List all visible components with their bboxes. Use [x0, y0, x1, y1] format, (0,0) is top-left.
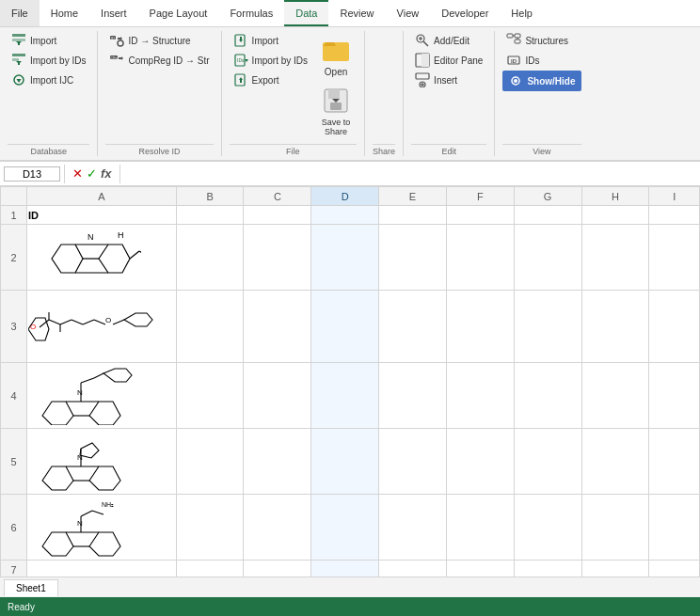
cell-a3[interactable]: O O: [27, 291, 177, 363]
cell-h4[interactable]: [581, 363, 649, 429]
cell-b4[interactable]: [176, 363, 244, 429]
cell-a5[interactable]: N: [27, 429, 177, 495]
cell-d7[interactable]: [311, 561, 379, 577]
cell-d5[interactable]: [311, 429, 379, 495]
cell-f1[interactable]: [446, 206, 514, 225]
cell-f6[interactable]: [446, 495, 514, 561]
cell-g3[interactable]: [514, 291, 581, 363]
tab-developer[interactable]: Developer: [430, 0, 500, 26]
function-icon[interactable]: fx: [101, 166, 112, 181]
cell-g4[interactable]: [514, 363, 581, 429]
tab-home[interactable]: Home: [40, 0, 89, 26]
tab-view[interactable]: View: [386, 0, 431, 26]
id-to-structure-button[interactable]: ID ID → Structure: [105, 31, 213, 50]
col-header-h[interactable]: H: [581, 187, 649, 206]
cell-c2[interactable]: [244, 225, 311, 291]
cell-c4[interactable]: [244, 363, 311, 429]
cell-i2[interactable]: [649, 225, 700, 291]
file-export-button[interactable]: Export: [230, 71, 311, 89]
cell-e3[interactable]: [379, 291, 447, 363]
save-to-share-button[interactable]: Save toShare: [315, 82, 357, 140]
cell-d1[interactable]: [311, 206, 379, 225]
ids-button[interactable]: ID IDs: [502, 51, 581, 70]
cell-d4[interactable]: [311, 363, 379, 429]
cell-b7[interactable]: [176, 561, 244, 577]
cell-c1[interactable]: [244, 206, 311, 225]
cancel-icon[interactable]: ✕: [72, 166, 83, 181]
cell-g1[interactable]: [514, 206, 581, 225]
col-header-e[interactable]: E: [379, 187, 447, 206]
cell-a6[interactable]: N NH₂: [27, 495, 177, 561]
cell-i3[interactable]: [649, 291, 700, 363]
cell-d3[interactable]: [311, 291, 379, 363]
cell-d2[interactable]: [311, 225, 379, 291]
editor-pane-button[interactable]: Editor Pane: [411, 51, 486, 70]
cell-h2[interactable]: [581, 225, 649, 291]
tab-formulas[interactable]: Formulas: [218, 0, 284, 26]
row-header-6[interactable]: 6: [1, 495, 27, 561]
tab-insert[interactable]: Insert: [89, 0, 138, 26]
row-header-7[interactable]: 7: [1, 561, 27, 577]
cell-h5[interactable]: [581, 429, 649, 495]
cell-a1[interactable]: ID: [27, 206, 177, 225]
cell-h1[interactable]: [581, 206, 649, 225]
cell-a7[interactable]: [27, 561, 177, 577]
row-header-4[interactable]: 4: [1, 363, 27, 429]
compreg-button[interactable]: CReg CompReg ID → Str: [105, 51, 213, 70]
cell-i7[interactable]: [649, 561, 700, 577]
add-edit-button[interactable]: Add/Edit: [411, 31, 486, 50]
cell-c6[interactable]: [244, 495, 311, 561]
import-ijc-button[interactable]: Import IJC: [8, 71, 89, 89]
cell-g7[interactable]: [514, 561, 581, 577]
open-button[interactable]: Open: [315, 31, 357, 81]
col-header-b[interactable]: B: [176, 187, 244, 206]
tab-help[interactable]: Help: [500, 0, 544, 26]
cell-h3[interactable]: [581, 291, 649, 363]
row-header-3[interactable]: 3: [1, 291, 27, 363]
cell-i5[interactable]: [649, 429, 700, 495]
cell-g6[interactable]: [514, 495, 581, 561]
cell-f5[interactable]: [446, 429, 514, 495]
col-header-c[interactable]: C: [244, 187, 311, 206]
file-import-button[interactable]: Import: [230, 31, 311, 50]
cell-i1[interactable]: [649, 206, 700, 225]
cell-b5[interactable]: [176, 429, 244, 495]
cell-c5[interactable]: [244, 429, 311, 495]
tab-data[interactable]: Data: [284, 0, 328, 26]
formula-input[interactable]: [124, 168, 696, 180]
row-header-2[interactable]: 2: [1, 225, 27, 291]
cell-e7[interactable]: [379, 561, 447, 577]
tab-file[interactable]: File: [0, 0, 40, 26]
row-header-5[interactable]: 5: [1, 429, 27, 495]
cell-e2[interactable]: [379, 225, 447, 291]
cell-b2[interactable]: [176, 225, 244, 291]
cell-f3[interactable]: [446, 291, 514, 363]
sheet-tab-1[interactable]: Sheet1: [4, 579, 58, 596]
col-header-a[interactable]: A: [27, 187, 177, 206]
cell-h6[interactable]: [581, 495, 649, 561]
cell-reference[interactable]: D13: [4, 166, 60, 182]
cell-e6[interactable]: [379, 495, 447, 561]
confirm-icon[interactable]: ✓: [87, 166, 97, 181]
cell-c3[interactable]: [244, 291, 311, 363]
import-by-ids-button[interactable]: Import by IDs: [8, 51, 89, 70]
cell-f4[interactable]: [446, 363, 514, 429]
cell-c7[interactable]: [244, 561, 311, 577]
structures-button[interactable]: Structures: [502, 31, 581, 50]
col-header-f[interactable]: F: [446, 187, 514, 206]
file-import-ids-button[interactable]: IDs Import by IDs: [230, 51, 311, 70]
cell-b1[interactable]: [176, 206, 244, 225]
row-header-1[interactable]: 1: [1, 206, 27, 225]
cell-h7[interactable]: [581, 561, 649, 577]
import-button[interactable]: Import: [8, 31, 89, 50]
cell-e1[interactable]: [379, 206, 447, 225]
col-header-d[interactable]: D: [311, 187, 379, 206]
show-hide-button[interactable]: Show/Hide: [502, 71, 581, 91]
tab-page-layout[interactable]: Page Layout: [138, 0, 219, 26]
cell-e4[interactable]: [379, 363, 447, 429]
cell-i4[interactable]: [649, 363, 700, 429]
cell-b6[interactable]: [176, 495, 244, 561]
col-header-g[interactable]: G: [514, 187, 581, 206]
cell-b3[interactable]: [176, 291, 244, 363]
cell-a4[interactable]: N: [27, 363, 177, 429]
